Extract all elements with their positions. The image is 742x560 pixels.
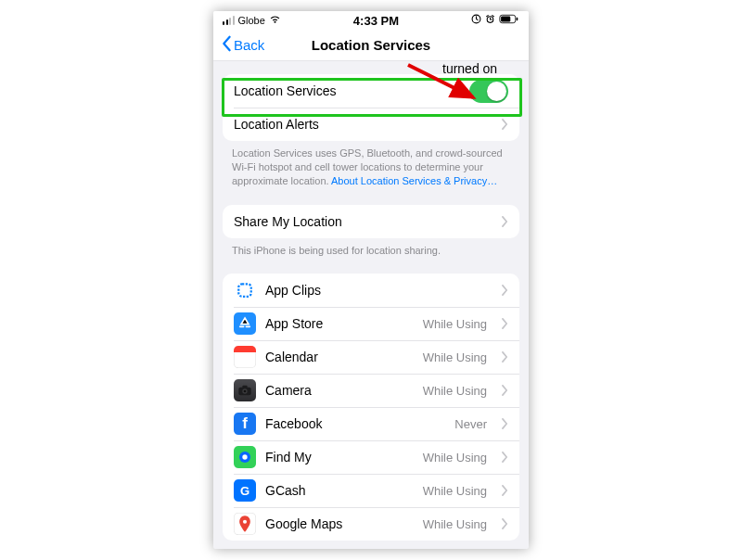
chevron-right-icon bbox=[502, 318, 508, 329]
share-footer: This iPhone is being used for location s… bbox=[213, 238, 529, 258]
app-status: While Using bbox=[423, 317, 487, 331]
svg-rect-9 bbox=[242, 386, 247, 388]
app-row[interactable]: CameraWhile Using bbox=[223, 374, 519, 407]
battery-icon bbox=[499, 14, 519, 27]
app-status: While Using bbox=[423, 350, 487, 364]
app-row[interactable]: Google MapsWhile Using bbox=[223, 507, 519, 541]
app-name: App Store bbox=[265, 316, 323, 331]
svg-point-8 bbox=[244, 390, 247, 393]
app-name: Find My bbox=[265, 450, 312, 465]
phone-frame: Globe 4:33 PM Back Location Services bbox=[213, 11, 529, 549]
location-services-toggle[interactable] bbox=[469, 80, 508, 103]
svg-point-12 bbox=[243, 520, 247, 524]
chevron-right-icon bbox=[502, 351, 508, 363]
share-my-location-row[interactable]: Share My Location bbox=[223, 205, 519, 238]
app-status: Never bbox=[454, 417, 487, 431]
chevron-right-icon bbox=[502, 452, 508, 463]
app-status: While Using bbox=[423, 384, 487, 398]
app-status: While Using bbox=[423, 517, 487, 531]
app-row[interactable]: fFacebookNever bbox=[223, 407, 519, 440]
clock: 4:33 PM bbox=[353, 14, 399, 28]
chevron-right-icon bbox=[502, 285, 508, 296]
findmy-icon bbox=[234, 446, 256, 468]
appclips-icon bbox=[234, 279, 256, 301]
carrier-label: Globe bbox=[238, 15, 265, 26]
settings-group-main: Location Services Location Alerts bbox=[223, 74, 519, 141]
app-row[interactable]: App Clips bbox=[223, 274, 519, 307]
signal-icon bbox=[223, 16, 235, 25]
app-row[interactable]: GGCashWhile Using bbox=[223, 474, 519, 507]
status-bar: Globe 4:33 PM bbox=[213, 11, 529, 30]
settings-group-apps: App ClipsApp StoreWhile UsingCalendarWhi… bbox=[223, 274, 519, 541]
chevron-right-icon bbox=[502, 518, 508, 529]
app-name: App Clips bbox=[265, 283, 321, 298]
chevron-left-icon bbox=[221, 35, 232, 55]
app-row[interactable]: Find MyWhile Using bbox=[223, 440, 519, 474]
settings-group-share: Share My Location bbox=[223, 205, 519, 238]
location-services-row[interactable]: Location Services bbox=[223, 74, 519, 108]
svg-rect-4 bbox=[517, 18, 518, 20]
app-name: Google Maps bbox=[265, 516, 342, 531]
svg-rect-3 bbox=[501, 17, 510, 22]
app-name: Calendar bbox=[265, 350, 318, 364]
gmaps-icon bbox=[234, 513, 256, 535]
back-label: Back bbox=[234, 37, 264, 53]
status-right bbox=[471, 14, 519, 27]
row-label: Location Services bbox=[234, 83, 337, 98]
privacy-footer: Location Services uses GPS, Bluetooth, a… bbox=[213, 141, 529, 188]
app-status: While Using bbox=[423, 451, 487, 465]
row-label: Share My Location bbox=[234, 214, 342, 229]
app-row[interactable]: CalendarWhile Using bbox=[223, 340, 519, 374]
chevron-right-icon bbox=[502, 119, 508, 130]
app-name: Facebook bbox=[265, 416, 322, 431]
rotation-lock-icon bbox=[471, 14, 481, 27]
location-alerts-row[interactable]: Location Alerts bbox=[223, 108, 519, 141]
camera-icon bbox=[234, 379, 256, 401]
annotation-label: turned on bbox=[442, 61, 497, 76]
row-label: Location Alerts bbox=[234, 117, 319, 132]
chevron-right-icon bbox=[502, 385, 508, 396]
app-name: GCash bbox=[265, 483, 306, 498]
chevron-right-icon bbox=[502, 485, 508, 496]
privacy-link[interactable]: About Location Services & Privacy… bbox=[331, 175, 497, 186]
wifi-icon bbox=[269, 14, 281, 27]
app-row[interactable]: App StoreWhile Using bbox=[223, 307, 519, 340]
chevron-right-icon bbox=[502, 216, 508, 227]
calendar-icon bbox=[234, 346, 256, 368]
svg-point-11 bbox=[242, 455, 247, 460]
content-scroll[interactable]: Location Services Location Alerts Locati… bbox=[213, 61, 529, 549]
app-name: Camera bbox=[265, 383, 312, 398]
gcash-icon: G bbox=[234, 479, 256, 502]
alarm-icon bbox=[485, 14, 495, 27]
facebook-icon: f bbox=[234, 413, 256, 435]
back-button[interactable]: Back bbox=[221, 35, 264, 55]
app-status: While Using bbox=[423, 484, 487, 498]
appstore-icon bbox=[234, 312, 256, 335]
chevron-right-icon bbox=[502, 418, 508, 429]
nav-bar: Back Location Services bbox=[213, 30, 529, 61]
svg-rect-5 bbox=[238, 285, 251, 298]
status-left: Globe bbox=[223, 14, 281, 27]
